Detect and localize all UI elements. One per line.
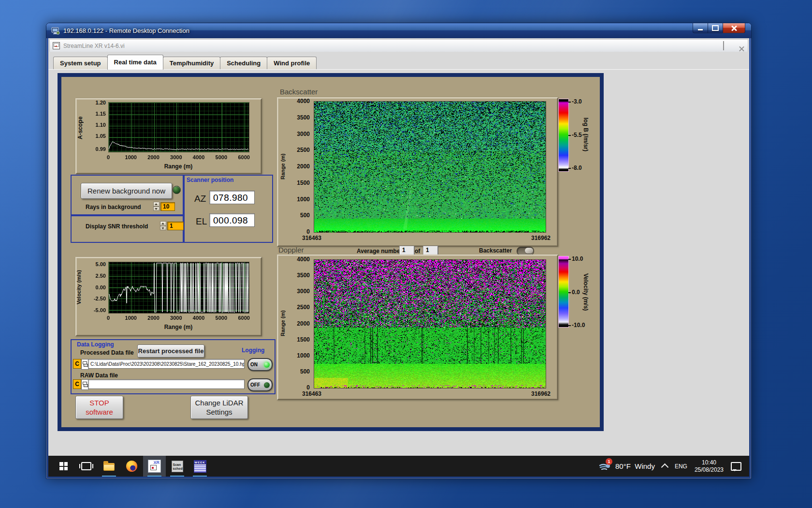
raw-logging-switch[interactable]: OFF (247, 378, 273, 391)
streamline-xr-button[interactable]: XR (143, 456, 166, 477)
ascope-x-tick: 4000 (189, 154, 208, 160)
close-icon (731, 25, 737, 31)
processed-drive-field[interactable]: C (73, 359, 81, 369)
doppler-colorbar (558, 256, 569, 328)
week-document-button[interactable]: WEEK (188, 456, 211, 477)
tray-chevron-icon[interactable] (661, 463, 669, 471)
scanner-position-box (183, 175, 273, 243)
task-view-icon (81, 462, 91, 470)
start-button[interactable] (52, 456, 75, 477)
spin-down-icon[interactable] (153, 207, 160, 211)
rdp-maximize-button[interactable] (708, 23, 723, 33)
renew-background-label: Renew background now (87, 187, 165, 195)
doppler-y-tick: 2500 (285, 304, 310, 311)
stop-label-line1: STOP (89, 398, 109, 407)
doppler-colorbar-tick: 10.0 (572, 255, 590, 262)
ascope-x-tick: 2000 (144, 154, 163, 160)
tab-system-setup[interactable]: System setup (53, 57, 108, 70)
spin-down-icon[interactable] (160, 226, 166, 231)
backscatter-colorbar-tick: -3.0 (572, 98, 590, 105)
language-indicator[interactable]: ENG (675, 463, 687, 470)
raw-path-field[interactable] (88, 379, 245, 389)
doppler-section-title: Doppler (278, 246, 304, 254)
el-label: EL (196, 216, 207, 227)
maximize-icon (712, 25, 719, 31)
renew-background-button[interactable]: Renew background now (81, 183, 172, 199)
task-view-button[interactable] (75, 456, 98, 477)
ascope-y-tick: 1.20 (81, 100, 106, 105)
app-titlebar[interactable]: StreamLine XR v14-6.vi (49, 39, 748, 52)
snr-value-field[interactable]: 1 (167, 222, 184, 230)
raw-drive-field[interactable]: C (73, 379, 81, 389)
tab-wind-profile[interactable]: Wind profile (267, 57, 317, 70)
firefox-icon (126, 461, 137, 472)
rays-spinner[interactable] (153, 202, 160, 211)
rdp-window: 192.168.0.122 - Remote Desktop Connectio… (46, 23, 752, 479)
ascope-x-tick: 5000 (212, 154, 231, 160)
doppler-colorbar-tick: -10.0 (572, 322, 590, 329)
velocity-x-axis-label: Range (m) (108, 324, 248, 330)
raw-file-label: RAW Data file (80, 372, 118, 379)
colorbar-tick (568, 259, 571, 260)
change-lidar-settings-button[interactable]: Change LiDAR Settings (190, 396, 248, 419)
az-value-field[interactable]: 078.980 (209, 191, 255, 204)
taskbar-clock[interactable]: 10:40 25/08/2023 (695, 459, 724, 474)
spin-up-icon[interactable] (153, 202, 160, 207)
weather-widget[interactable]: 1 80°F Windy (599, 462, 655, 471)
doppler-y-tick: 4000 (285, 256, 310, 263)
stop-software-button[interactable]: STOP software (75, 396, 123, 419)
velocity-x-tick: 5000 (212, 315, 231, 321)
backscatter-y-tick: 1000 (285, 196, 310, 203)
processed-file-label: Processed Data file (80, 349, 134, 356)
snr-spinner[interactable] (160, 221, 166, 230)
background-status-led (173, 186, 181, 194)
rays-value-field[interactable]: 10 (160, 202, 175, 211)
app-maximize-button[interactable] (723, 42, 724, 50)
velocity-plot (108, 262, 249, 314)
file-explorer-button[interactable] (98, 456, 120, 477)
xr-icon-text: XR (153, 460, 160, 465)
restart-processed-file-button[interactable]: Restart processed file (137, 344, 204, 358)
spin-up-icon[interactable] (160, 221, 166, 226)
rdp-titlebar[interactable]: 192.168.0.122 - Remote Desktop Connectio… (46, 23, 751, 38)
backscatter-y-tick: 0 (285, 228, 310, 235)
doppler-y-tick: 3000 (285, 288, 310, 295)
velocity-y-tick: -5.00 (79, 307, 106, 313)
on-lamp-icon (264, 362, 270, 368)
off-lamp-icon (264, 382, 270, 388)
velocity-y-tick: 2.50 (79, 273, 106, 279)
action-center-icon[interactable] (731, 462, 741, 471)
weather-condition: Windy (635, 462, 655, 470)
velocity-y-tick: 0.00 (79, 284, 106, 290)
tab-scheduling[interactable]: Scheduling (220, 57, 267, 70)
colorbar-tick (568, 325, 571, 326)
firefox-button[interactable] (120, 456, 143, 477)
scan-scheduler-button[interactable]: Scan sched (166, 456, 188, 477)
el-value-field[interactable]: 000.098 (209, 213, 255, 227)
processed-logging-switch[interactable]: ON (247, 358, 273, 371)
tab-temp-humidity[interactable]: Temp/humidity (163, 57, 220, 70)
backscatter-x-end-label: 316962 (502, 235, 551, 241)
off-label: OFF (250, 382, 260, 388)
rays-in-background-label: Rays in background (86, 204, 141, 210)
doppler-y-tick: 2000 (285, 320, 310, 327)
backscatter-colorbar (558, 99, 569, 172)
doppler-y-tick: 1000 (285, 352, 310, 359)
weather-temp: 80°F (615, 462, 631, 470)
host-desktop: 192.168.0.122 - Remote Desktop Connectio… (0, 0, 812, 508)
colorbar-tick (568, 135, 571, 136)
rdp-minimize-button[interactable] (693, 23, 708, 33)
tab-real-time-data[interactable]: Real time data (107, 55, 163, 70)
backscatter-colorbar-tick: -5.5 (572, 132, 590, 138)
processed-path-field[interactable]: C:\Lidar\Data\Proc\2023\202308\20230825\… (88, 359, 245, 369)
stop-label-line2: software (86, 407, 113, 417)
velocity-x-tick: 3000 (166, 315, 186, 321)
notification-badge: 1 (606, 458, 612, 465)
rdp-close-button[interactable] (723, 23, 745, 33)
taskbar: XR Scan sched WEEK (48, 456, 749, 477)
ascope-x-tick: 0 (99, 154, 118, 160)
settings-label-line1: Change LiDAR (195, 398, 243, 407)
doppler-y-tick: 0 (285, 384, 310, 391)
doppler-y-tick: 1500 (285, 336, 310, 343)
backscatter-y-tick: 1500 (285, 179, 310, 186)
